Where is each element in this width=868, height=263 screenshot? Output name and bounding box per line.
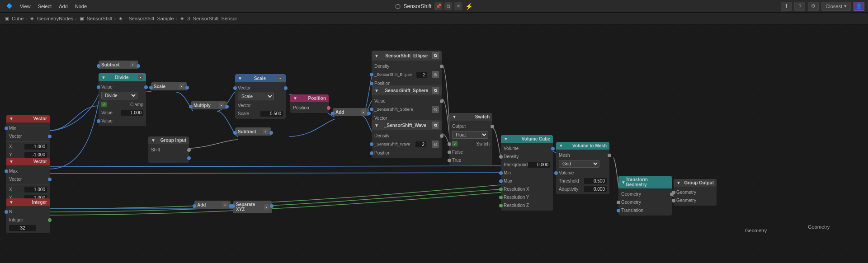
node-icon-btn[interactable]: ⧉ — [432, 122, 439, 129]
node-header-volume-to-mesh[interactable]: ▼ Volume to Mesh — [556, 142, 609, 150]
node-header-integer[interactable]: ▼ Integer — [6, 198, 50, 206]
node-header-vector-max[interactable]: ▼ Vector — [6, 158, 50, 165]
value-adaptivity[interactable]: 0.000 — [584, 186, 607, 192]
settings-button[interactable]: ⚙ — [808, 2, 819, 11]
socket-in[interactable] — [370, 73, 373, 76]
socket-in[interactable] — [97, 64, 100, 68]
socket-in[interactable] — [5, 169, 8, 173]
socket-value-out[interactable] — [440, 99, 443, 103]
eyedropper-icon[interactable]: ◎ — [432, 141, 439, 148]
socket-density-in[interactable] — [499, 155, 503, 159]
blender-icon[interactable]: 🔷 — [4, 2, 15, 10]
node-header-multiply[interactable]: Multiply ▪ — [191, 101, 227, 109]
node-editor-canvas[interactable]: ▼ Vector Min Vector X -1.000 Y -1.000 Z — [0, 24, 868, 263]
socket-out[interactable] — [270, 204, 274, 208]
node-group-input[interactable]: ▼ Group Input Shift — [148, 136, 189, 163]
socket-out[interactable] — [225, 105, 229, 108]
collapse-btn[interactable]: ▪ — [219, 103, 224, 108]
node-header-volume-cube[interactable]: ▼ Volume Cube — [501, 135, 553, 143]
select-scale[interactable]: Scale — [238, 93, 274, 100]
node-header-divide[interactable]: ▼ Divide ▪ — [99, 73, 146, 81]
node-header-scale1[interactable]: Scale ▪ — [151, 82, 187, 90]
help-button[interactable]: ? — [794, 2, 805, 11]
node-position[interactable]: ▼ Position Position — [290, 94, 329, 113]
socket-out[interactable] — [269, 131, 273, 135]
socket-switch-in[interactable] — [448, 142, 451, 146]
node-sensor-sphere[interactable]: ▼ _SensorShift_Sphere ⧉ Value _SensorShi… — [372, 85, 442, 123]
node-group-output[interactable]: ▼ Group Output Geometry Geometry — [674, 179, 717, 206]
node-header-vector-min[interactable]: ▼ Vector — [6, 115, 50, 122]
socket-out[interactable] — [48, 178, 52, 181]
socket-in[interactable] — [149, 86, 153, 89]
node-header-add2[interactable]: Add ▪ — [194, 201, 231, 209]
value-x[interactable]: 1.000 — [24, 187, 47, 193]
upload-button[interactable]: ⬆ — [781, 2, 792, 11]
collapse-btn[interactable]: ▪ — [130, 62, 136, 67]
socket-density-out[interactable] — [440, 65, 443, 68]
node-header-position[interactable]: ▼ Position — [290, 94, 329, 102]
value-field[interactable]: 1.000 — [121, 110, 143, 116]
value-x[interactable]: -1.000 — [24, 144, 47, 150]
collapse-btn[interactable]: ▪ — [264, 204, 269, 210]
breadcrumb-item-3[interactable]: ◈ _SensorShift_Sample — [118, 15, 174, 22]
collapse-btn[interactable]: ▪ — [222, 202, 228, 207]
node-integer[interactable]: ▼ Integer N Integer 32 — [6, 198, 50, 233]
menu-select[interactable]: Select — [35, 3, 55, 10]
socket-res-x-in[interactable] — [499, 188, 503, 191]
value-scale[interactable]: 0.500 — [260, 111, 283, 117]
node-sensor-wave[interactable]: ▼ _SensorShift_Wave ⧉ Density _SensorShi… — [372, 120, 442, 158]
collapse-btn[interactable]: ▪ — [361, 109, 366, 115]
node-multiply[interactable]: Multiply ▪ — [191, 101, 227, 109]
node-add1[interactable]: Add ▪ — [333, 108, 369, 116]
socket-position-out[interactable] — [327, 106, 330, 110]
socket-value-out[interactable] — [144, 85, 148, 89]
node-icon-btn[interactable]: ⧉ — [432, 52, 439, 59]
socket-out[interactable] — [367, 112, 371, 115]
node-header-sensor-sphere[interactable]: ▼ _SensorShift_Sphere ⧉ — [372, 85, 442, 95]
socket-in[interactable] — [5, 210, 8, 214]
breadcrumb-item-1[interactable]: ◈ GeometryNodes — [29, 15, 73, 22]
socket-in2[interactable] — [97, 119, 100, 123]
breadcrumb-item-4[interactable]: ◈ 3_SensorShift_Sensor — [179, 15, 237, 22]
select-float[interactable]: Float — [452, 131, 488, 139]
node-scale2[interactable]: ▼ Scale ▪ Vector Scale Vector Scale 0.50… — [235, 74, 286, 119]
socket-geometry-in[interactable] — [617, 201, 620, 204]
socket-volume-out[interactable] — [551, 147, 555, 150]
socket-mesh-out[interactable] — [608, 154, 611, 157]
node-sensor-ellipse[interactable]: ▼ _SensorShift_Ellipse ⧉ Density _Sensor… — [372, 51, 442, 89]
node-header-scale2[interactable]: ▼ Scale ▪ — [235, 74, 286, 82]
user-button[interactable]: 👤 — [854, 2, 864, 11]
socket-geometry-in[interactable] — [672, 191, 675, 194]
menu-view[interactable]: View — [17, 3, 33, 10]
close-button[interactable]: ✕ — [454, 2, 462, 10]
socket-position-in[interactable] — [370, 82, 373, 85]
socket-true-in[interactable] — [448, 159, 451, 162]
node-scale1[interactable]: Scale ▪ — [151, 82, 187, 90]
socket-res-z-in[interactable] — [499, 204, 503, 207]
node-header-subtract1[interactable]: Subtract ▪ — [99, 61, 138, 69]
node-header-group-output[interactable]: ▼ Group Output — [674, 179, 717, 187]
node-icon-btn[interactable]: ⧉ — [432, 87, 439, 94]
node-volume-to-mesh[interactable]: ▼ Volume to Mesh Mesh Grid Volume Thresh… — [556, 142, 609, 194]
node-separate-xyz[interactable]: Separate XYZ ▪ — [233, 201, 272, 213]
socket-vector-min-out[interactable] — [48, 135, 52, 138]
node-header-separate-xyz[interactable]: Separate XYZ ▪ — [233, 201, 272, 213]
socket-value-in[interactable] — [97, 85, 100, 89]
node-header-add1[interactable]: Add ▪ — [333, 108, 369, 116]
collapse-btn[interactable]: ▪ — [263, 129, 269, 134]
node-header-group-input[interactable]: ▼ Group Input — [148, 136, 189, 144]
socket-in[interactable] — [233, 131, 237, 135]
socket-in[interactable] — [189, 105, 193, 108]
menu-node[interactable]: Node — [72, 3, 90, 10]
socket-translation-in[interactable] — [617, 209, 620, 212]
socket-in[interactable] — [231, 204, 235, 208]
collapse-btn[interactable]: ▪ — [138, 75, 143, 80]
node-volume-cube[interactable]: ▼ Volume Cube Volume Density Background … — [501, 135, 553, 211]
eyedropper-icon[interactable]: ◎ — [432, 106, 439, 113]
socket-in[interactable] — [193, 204, 196, 208]
socket-output-out[interactable] — [491, 125, 494, 128]
socket-geometry2-in[interactable] — [672, 199, 675, 202]
node-switch[interactable]: ▼ Switch Output Float ✓ Switch False — [449, 113, 492, 165]
socket-shift-out[interactable] — [187, 148, 191, 152]
select-divide[interactable]: Divide — [101, 92, 137, 99]
